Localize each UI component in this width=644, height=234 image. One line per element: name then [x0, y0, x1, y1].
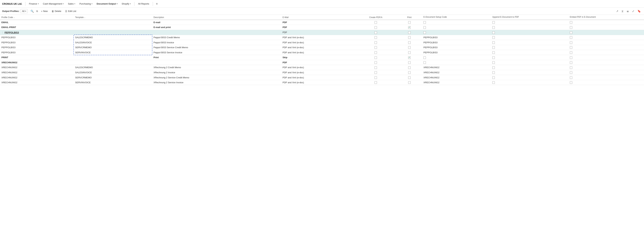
all-reports-link[interactable]: All Reports [136, 2, 151, 6]
edit-list-button[interactable]: ☰ Edit List [63, 9, 78, 13]
checkbox-append-edoc[interactable] [492, 36, 495, 39]
checkbox-print[interactable] [408, 51, 411, 54]
checkbox-append-edoc[interactable] [492, 56, 495, 59]
checkbox-create-pdf[interactable] [374, 71, 377, 74]
checkbox-create-pdf[interactable] [374, 81, 377, 84]
table-row[interactable]: EMAILE-mailPDF [0, 20, 644, 25]
checkbox-create-pdf[interactable] [374, 46, 377, 49]
search-icon-button[interactable]: 🔍 [30, 9, 35, 14]
new-button[interactable]: + New [39, 9, 50, 13]
cell-template: SALESCRMEMO [74, 65, 152, 70]
columns-icon-button[interactable]: ≣ [626, 9, 630, 14]
checkbox-print[interactable] [408, 46, 411, 49]
checkbox-embed-pdf[interactable] [570, 26, 572, 29]
table-row[interactable]: PEPPOLBIS3SALESCRMEMOPeppol BIS3 Credit … [0, 35, 644, 40]
filter-dropdown[interactable]: All ▾ [20, 9, 28, 13]
checkbox-print[interactable] [408, 76, 411, 79]
table-row[interactable]: XRECHNUNG2PDF [0, 60, 644, 65]
drag-handle-icon[interactable]: ⋮ [2, 31, 4, 34]
th-append-edoc[interactable]: Append E-Document to PDF [491, 15, 568, 20]
checkbox-append-edoc[interactable] [492, 32, 495, 34]
fullscreen-icon-button[interactable]: ⤢ [631, 9, 636, 14]
table-row[interactable]: XRECHNUNG2SERVINVOICEXRechnung 2 Service… [0, 80, 644, 85]
checkbox-append-edoc[interactable] [492, 21, 495, 24]
checkbox-edoc-setup[interactable] [424, 21, 426, 24]
checkbox-append-edoc[interactable] [492, 76, 495, 79]
checkbox-edoc-setup[interactable] [424, 26, 426, 29]
checkbox-create-pdf[interactable] [374, 51, 377, 54]
table-row[interactable]: ⋮PEPPOLBIS3PDF [0, 30, 644, 35]
delete-button[interactable]: 🗑 Delete [50, 9, 63, 13]
checkbox-append-edoc[interactable] [492, 61, 495, 64]
th-email[interactable]: E-Mail [281, 15, 355, 20]
table-row[interactable]: PEPPOLBIS3SERVINVOICEPeppol BIS3 Service… [0, 50, 644, 55]
checkbox-print[interactable] [408, 26, 411, 29]
checkbox-print[interactable] [408, 41, 411, 44]
checkbox-edoc-setup[interactable] [424, 32, 426, 34]
checkbox-create-pdf[interactable] [374, 21, 377, 24]
checkbox-create-pdf[interactable] [374, 26, 377, 29]
nav-sales[interactable]: Sales ▾ [66, 2, 77, 6]
th-embed-pdf[interactable]: Embed PDF in E-Document [568, 15, 644, 20]
checkbox-create-pdf[interactable] [374, 36, 377, 39]
th-profile-code[interactable]: Profile Code ↑ [0, 15, 74, 20]
checkbox-embed-pdf[interactable] [570, 61, 572, 64]
checkbox-embed-pdf[interactable] [570, 51, 572, 54]
checkbox-append-edoc[interactable] [492, 46, 495, 49]
checkbox-append-edoc[interactable] [492, 51, 495, 54]
table-row[interactable]: PEPPOLBIS3SALESINVOICEPeppol BIS3 Invoic… [0, 40, 644, 45]
checkbox-append-edoc[interactable] [492, 41, 495, 44]
checkbox-embed-pdf[interactable] [570, 41, 572, 44]
th-create-pdf[interactable]: Create PDF/A [355, 15, 396, 20]
checkbox-embed-pdf[interactable] [570, 46, 572, 49]
checkbox-embed-pdf[interactable] [570, 81, 572, 84]
bookmark-icon-button[interactable]: 🔖 [636, 9, 642, 14]
table-row[interactable]: XRECHNUNG2SALESCRMEMOXRechnung 2 Credit … [0, 65, 644, 70]
checkbox-create-pdf[interactable] [374, 76, 377, 79]
nav-document-output[interactable]: Document Output ▾ [95, 2, 119, 6]
filter-icon-button[interactable]: ⧖ [620, 9, 624, 14]
checkbox-embed-pdf[interactable] [570, 36, 572, 39]
copy-link-icon-button[interactable]: ⧉ [35, 9, 39, 13]
hamburger-menu-icon[interactable]: ≡ [155, 2, 159, 6]
th-edoc-setup[interactable]: E-Document Setup Code [422, 15, 491, 20]
checkbox-create-pdf[interactable] [374, 32, 377, 34]
share-icon-button[interactable]: ↗ [615, 9, 620, 14]
checkbox-embed-pdf[interactable] [570, 76, 572, 79]
th-template[interactable]: Template ↑ [74, 15, 152, 20]
checkbox-embed-pdf[interactable] [570, 32, 572, 34]
checkbox-append-edoc[interactable] [492, 81, 495, 84]
checkbox-append-edoc[interactable] [492, 26, 495, 29]
checkbox-embed-pdf[interactable] [570, 21, 572, 24]
checkbox-create-pdf[interactable] [374, 41, 377, 44]
checkbox-append-edoc[interactable] [492, 71, 495, 74]
nav-shopify[interactable]: Shopify ▾ [120, 2, 132, 6]
checkbox-print[interactable] [408, 71, 411, 74]
table-row[interactable]: PEPPOLBIS3SERVCRMEMOPeppol BIS3 Service … [0, 45, 644, 50]
checkbox-print[interactable] [408, 36, 411, 39]
checkbox-create-pdf[interactable] [374, 56, 377, 59]
nav-purchasing[interactable]: Purchasing ▾ [78, 2, 94, 6]
checkbox-edoc-setup[interactable] [424, 61, 426, 64]
nav-cash-management[interactable]: Cash Management ▾ [41, 2, 66, 6]
checkbox-create-pdf[interactable] [374, 66, 377, 69]
checkbox-embed-pdf[interactable] [570, 56, 572, 59]
th-print[interactable]: Print [397, 15, 422, 20]
table-row[interactable]: EMAIL-PRINTE-mail and printPDF [0, 25, 644, 30]
checkbox-print[interactable] [408, 81, 411, 84]
checkbox-create-pdf[interactable] [374, 61, 377, 64]
checkbox-print[interactable] [408, 32, 411, 34]
checkbox-print[interactable] [408, 56, 411, 59]
checkbox-print[interactable] [408, 21, 411, 24]
checkbox-embed-pdf[interactable] [570, 66, 572, 69]
table-row[interactable]: XRECHNUNG2SALESINVOICEXRechnung 2 Invoic… [0, 70, 644, 75]
checkbox-print[interactable] [408, 66, 411, 69]
checkbox-embed-pdf[interactable] [570, 71, 572, 74]
table-row[interactable]: PRINTPrintSkip [0, 55, 644, 60]
checkbox-print[interactable] [408, 61, 411, 64]
table-row[interactable]: XRECHNUNG2SERVCRMEMOXRechnung 2 Service … [0, 75, 644, 80]
checkbox-edoc-setup[interactable] [424, 56, 426, 59]
nav-finance[interactable]: Finance ▾ [27, 2, 40, 6]
checkbox-append-edoc[interactable] [492, 66, 495, 69]
th-description[interactable]: Description [152, 15, 281, 20]
